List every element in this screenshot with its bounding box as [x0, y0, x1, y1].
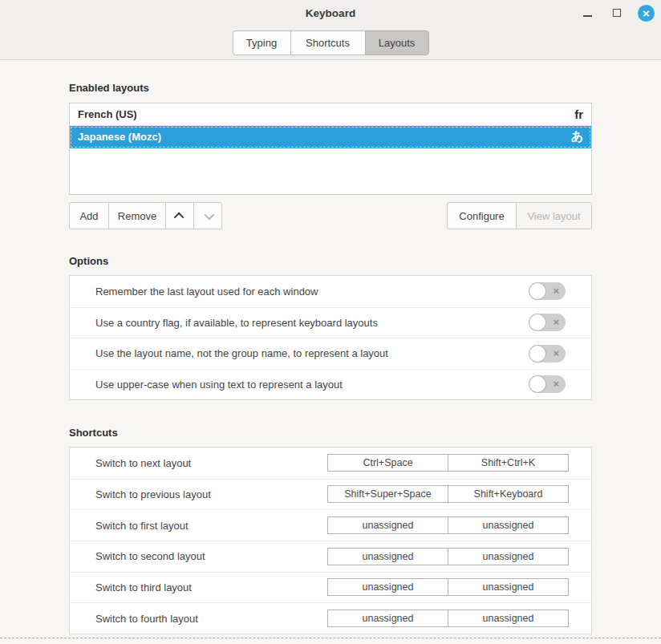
- titlebar[interactable]: Keyboard ×: [0, 0, 661, 26]
- shortcut-label: Switch to next layout: [95, 457, 327, 469]
- toggle-off-icon: ×: [553, 286, 559, 296]
- option-label: Use the layout name, not the group name,…: [95, 347, 388, 359]
- keybinding-button[interactable]: unassigned: [327, 548, 448, 565]
- shortcut-label: Switch to first layout: [95, 520, 327, 532]
- toggle-off-icon: ×: [553, 348, 559, 358]
- layout-indicator-fr: fr: [574, 107, 583, 121]
- shortcut-row-previous-layout: Switch to previous layout Shift+Super+Sp…: [70, 479, 591, 510]
- shortcut-label: Switch to fourth layout: [95, 613, 327, 625]
- keybinding-group: Shift+Super+Space Shift+Keyboard: [327, 485, 569, 503]
- toggle-country-flag[interactable]: ×: [529, 314, 566, 331]
- maximize-icon: [613, 9, 621, 17]
- option-row-layout-name: Use the layout name, not the group name,…: [70, 338, 591, 369]
- enabled-layouts-heading: Enabled layouts: [69, 82, 592, 94]
- shortcut-row-first-layout: Switch to first layout unassigned unassi…: [70, 509, 591, 541]
- configure-button[interactable]: Configure: [447, 202, 517, 229]
- configure-button-group: Configure View layout: [447, 202, 592, 229]
- keybinding-group: unassigned unassigned: [327, 548, 569, 565]
- layout-row-japanese[interactable]: Japanese (Mozc) あ: [70, 126, 591, 148]
- option-label: Use upper-case when using text to repres…: [95, 379, 343, 391]
- keybinding-button[interactable]: unassigned: [448, 578, 569, 596]
- minimize-button[interactable]: [578, 4, 596, 22]
- close-icon: ×: [643, 7, 650, 19]
- keyboard-settings-window: Keyboard × Typing Shortcuts Layouts: [0, 0, 661, 644]
- add-layout-button[interactable]: Add: [69, 202, 109, 229]
- option-row-remember-layout: Remember the last layout used for each w…: [70, 276, 591, 307]
- shortcut-label: Switch to third layout: [95, 581, 327, 593]
- toggle-remember-layout[interactable]: ×: [529, 282, 566, 300]
- maximize-button[interactable]: [608, 4, 626, 22]
- tab-layouts[interactable]: Layouts: [365, 30, 429, 55]
- keybinding-button[interactable]: unassigned: [327, 578, 448, 596]
- option-row-upper-case: Use upper-case when using text to repres…: [70, 369, 591, 400]
- window-bottom-edge: [0, 638, 661, 638]
- remove-layout-button[interactable]: Remove: [108, 202, 166, 229]
- options-heading: Options: [69, 255, 592, 267]
- shortcut-label: Switch to previous layout: [95, 488, 327, 500]
- shortcut-row-second-layout: Switch to second layout unassigned unass…: [70, 541, 591, 572]
- toggle-off-icon: ×: [553, 379, 559, 389]
- keybinding-button[interactable]: Ctrl+Space: [327, 454, 448, 472]
- tab-typing[interactable]: Typing: [233, 30, 290, 55]
- keybinding-button[interactable]: Shift+Super+Space: [327, 485, 448, 503]
- window-controls: ×: [578, 0, 655, 26]
- options-group: Remember the last layout used for each w…: [69, 275, 592, 400]
- toggle-upper-case[interactable]: ×: [529, 375, 566, 393]
- keybinding-group: unassigned unassigned: [327, 610, 569, 627]
- window-title: Keyboard: [306, 7, 355, 19]
- option-label: Use a country flag, if available, to rep…: [95, 317, 378, 329]
- minimize-icon: [583, 15, 592, 17]
- layout-row-french[interactable]: French (US) fr: [70, 103, 591, 126]
- tab-bar: Typing Shortcuts Layouts: [0, 26, 661, 59]
- toggle-knob: [529, 376, 545, 392]
- keybinding-button[interactable]: unassigned: [327, 610, 448, 627]
- toggle-knob: [529, 346, 545, 362]
- toggle-knob: [529, 314, 545, 330]
- layouts-page: Enabled layouts French (US) fr Japanese …: [0, 82, 661, 634]
- keybinding-group: unassigned unassigned: [327, 516, 569, 534]
- keybinding-button[interactable]: unassigned: [448, 516, 569, 534]
- shortcut-row-next-layout: Switch to next layout Ctrl+Space Shift+C…: [70, 448, 591, 479]
- toggle-off-icon: ×: [553, 317, 559, 327]
- toggle-layout-name[interactable]: ×: [529, 345, 566, 363]
- layout-name: Japanese (Mozc): [78, 131, 161, 143]
- option-row-country-flag: Use a country flag, if available, to rep…: [70, 307, 591, 338]
- shortcuts-group: Switch to next layout Ctrl+Space Shift+C…: [69, 447, 592, 634]
- enabled-layouts-list: French (US) fr Japanese (Mozc) あ: [69, 103, 592, 195]
- layouts-toolbar: Add Remove Configure View layout: [69, 202, 592, 229]
- toggle-knob: [529, 283, 545, 299]
- move-up-button[interactable]: [165, 202, 194, 229]
- window-header: Keyboard × Typing Shortcuts Layouts: [0, 0, 661, 60]
- shortcut-row-third-layout: Switch to third layout unassigned unassi…: [70, 572, 591, 603]
- keybinding-button[interactable]: Shift+Keyboard: [448, 485, 569, 503]
- view-layout-button[interactable]: View layout: [516, 202, 592, 229]
- option-label: Remember the last layout used for each w…: [95, 286, 318, 298]
- shortcut-row-fourth-layout: Switch to fourth layout unassigned unass…: [70, 602, 591, 634]
- layout-indicator-ja: あ: [571, 129, 583, 144]
- shortcuts-heading: Shortcuts: [69, 427, 592, 439]
- edit-button-group: Add Remove: [69, 202, 222, 229]
- keybinding-button[interactable]: Shift+Ctrl+K: [448, 454, 569, 472]
- layout-name: French (US): [78, 108, 137, 120]
- keybinding-group: Ctrl+Space Shift+Ctrl+K: [327, 454, 569, 472]
- tab-shortcuts[interactable]: Shortcuts: [290, 30, 365, 55]
- chevron-up-icon: [173, 212, 184, 222]
- shortcut-label: Switch to second layout: [95, 550, 327, 562]
- keybinding-button[interactable]: unassigned: [448, 548, 569, 565]
- keybinding-button[interactable]: unassigned: [327, 516, 448, 534]
- keybinding-group: unassigned unassigned: [327, 578, 569, 596]
- move-down-button[interactable]: [193, 202, 222, 229]
- chevron-down-icon: [204, 209, 214, 220]
- keybinding-button[interactable]: unassigned: [448, 610, 569, 627]
- close-button[interactable]: ×: [638, 5, 655, 22]
